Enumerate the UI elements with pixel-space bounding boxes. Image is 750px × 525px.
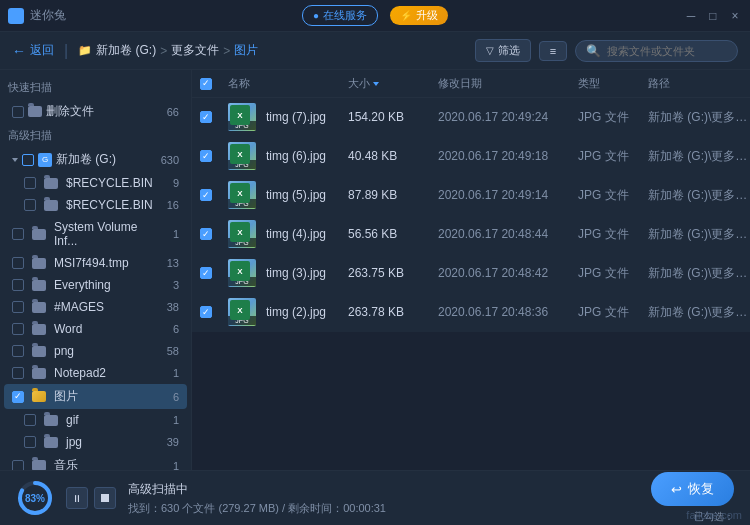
row-checkbox-0[interactable] bbox=[200, 111, 212, 123]
sidebar-item-_RECYCLE_BIN[interactable]: $RECYCLE.BIN9 bbox=[4, 172, 187, 194]
header-size-col[interactable]: 大小 bbox=[348, 76, 438, 91]
header-path-col[interactable]: 路径 bbox=[648, 76, 750, 91]
table-row[interactable]: JPGXtimg (4).jpg56.56 KB2020.06.17 20:48… bbox=[192, 215, 750, 254]
search-bar[interactable]: 🔍 bbox=[575, 40, 738, 62]
watermark: fajiche.com bbox=[686, 509, 742, 521]
title-bar-center: ● 在线服务 ⚡ 升级 bbox=[302, 5, 448, 26]
advanced-scan-header: 高级扫描 bbox=[0, 124, 191, 147]
back-button[interactable]: ← 返回 bbox=[12, 42, 54, 59]
table-row[interactable]: JPGXtimg (3).jpg263.75 KB2020.06.17 20:4… bbox=[192, 254, 750, 293]
search-input[interactable] bbox=[607, 45, 727, 57]
sidebar-item-delete[interactable]: 删除文件 66 bbox=[4, 99, 187, 124]
upgrade-button[interactable]: ⚡ 升级 bbox=[390, 6, 448, 25]
file-list: 名称 大小 修改日期 类型 路径 JPGXtimg (7).jpg154.20 … bbox=[192, 70, 750, 470]
breadcrumb-more[interactable]: 更多文件 bbox=[171, 42, 219, 59]
row-name-cell-2: JPGXtimg (5).jpg bbox=[228, 181, 348, 209]
folder-count-5: 38 bbox=[159, 301, 179, 313]
table-row[interactable]: JPGXtimg (2).jpg263.78 KB2020.06.17 20:4… bbox=[192, 293, 750, 332]
checkbox-11[interactable] bbox=[24, 436, 36, 448]
folder-label-0: $RECYCLE.BIN bbox=[66, 176, 155, 190]
folder-count-4: 3 bbox=[159, 279, 179, 291]
recover-button[interactable]: ↩ 恢复 bbox=[651, 472, 734, 506]
folder-label-2: System Volume Inf... bbox=[54, 220, 155, 248]
checkbox-6[interactable] bbox=[12, 323, 24, 335]
header-date-col[interactable]: 修改日期 bbox=[438, 76, 578, 91]
checkbox-7[interactable] bbox=[12, 345, 24, 357]
header-type-col[interactable]: 类型 bbox=[578, 76, 648, 91]
select-all-checkbox[interactable] bbox=[200, 78, 212, 90]
checkbox-5[interactable] bbox=[12, 301, 24, 313]
folder-count-1: 16 bbox=[159, 199, 179, 211]
view-button[interactable]: ≡ bbox=[539, 41, 567, 61]
minimize-button[interactable]: ─ bbox=[684, 9, 698, 23]
close-button[interactable]: × bbox=[728, 9, 742, 23]
checkbox-9[interactable] bbox=[12, 391, 24, 403]
checkbox-0[interactable] bbox=[24, 177, 36, 189]
folder-label-4: Everything bbox=[54, 278, 155, 292]
folder-icon-6 bbox=[32, 324, 46, 335]
sidebar-item-System_Volume_Inf___[interactable]: System Volume Inf...1 bbox=[4, 216, 187, 252]
folder-icon-4 bbox=[32, 280, 46, 291]
stop-button[interactable] bbox=[94, 487, 116, 509]
sidebar-item-MSI7f494_tmp[interactable]: MSI7f494.tmp13 bbox=[4, 252, 187, 274]
file-thumbnail-3: JPGX bbox=[228, 220, 256, 248]
file-thumbnail-2: JPGX bbox=[228, 181, 256, 209]
checkbox-2[interactable] bbox=[12, 228, 24, 240]
drive-checkbox[interactable] bbox=[22, 154, 34, 166]
table-row[interactable]: JPGXtimg (6).jpg40.48 KB2020.06.17 20:49… bbox=[192, 137, 750, 176]
folder-count-6: 6 bbox=[159, 323, 179, 335]
folder-count-10: 1 bbox=[159, 414, 179, 426]
file-size-5: 263.78 KB bbox=[348, 305, 438, 319]
breadcrumb-part-icon: 📁 bbox=[78, 44, 92, 57]
row-checkbox-5[interactable] bbox=[200, 306, 212, 318]
maximize-button[interactable]: □ bbox=[706, 9, 720, 23]
sidebar-item-__[interactable]: 图片6 bbox=[4, 384, 187, 409]
folder-icon-9 bbox=[32, 391, 46, 402]
checkbox-3[interactable] bbox=[12, 257, 24, 269]
table-row[interactable]: JPGXtimg (7).jpg154.20 KB2020.06.17 20:4… bbox=[192, 98, 750, 137]
breadcrumb-drive[interactable]: 新加卷 (G:) bbox=[96, 42, 156, 59]
checkbox-12[interactable] bbox=[12, 460, 24, 471]
table-row[interactable]: JPGXtimg (5).jpg87.89 KB2020.06.17 20:49… bbox=[192, 176, 750, 215]
row-check-5[interactable] bbox=[200, 306, 228, 318]
folder-icon-1 bbox=[44, 200, 58, 211]
sidebar-item-jpg[interactable]: jpg39 bbox=[4, 431, 187, 453]
row-checkbox-3[interactable] bbox=[200, 228, 212, 240]
bottom-bar: 83% ⏸ 高级扫描中 找到：630 个文件 (279.27 MB) / 剩余时… bbox=[0, 470, 750, 525]
row-name-cell-1: JPGXtimg (6).jpg bbox=[228, 142, 348, 170]
checkbox-1[interactable] bbox=[24, 199, 36, 211]
row-checkbox-2[interactable] bbox=[200, 189, 212, 201]
delete-checkbox[interactable] bbox=[12, 106, 24, 118]
row-checkbox-1[interactable] bbox=[200, 150, 212, 162]
sidebar-item-Everything[interactable]: Everything3 bbox=[4, 274, 187, 296]
row-check-1[interactable] bbox=[200, 150, 228, 162]
filter-button[interactable]: ▽ 筛选 bbox=[475, 39, 531, 62]
sidebar-item-drive[interactable]: G 新加卷 (G:) 630 bbox=[4, 147, 187, 172]
sidebar-item-gif[interactable]: gif1 bbox=[4, 409, 187, 431]
pause-button[interactable]: ⏸ bbox=[66, 487, 88, 509]
folder-icon-2 bbox=[32, 229, 46, 240]
checkbox-4[interactable] bbox=[12, 279, 24, 291]
toolbar: ← 返回 | 📁 新加卷 (G:) > 更多文件 > 图片 ▽ 筛选 ≡ 🔍 bbox=[0, 32, 750, 70]
folder-icon-11 bbox=[44, 437, 58, 448]
header-name-col[interactable]: 名称 bbox=[228, 76, 348, 91]
checkbox-8[interactable] bbox=[12, 367, 24, 379]
row-check-3[interactable] bbox=[200, 228, 228, 240]
row-check-4[interactable] bbox=[200, 267, 228, 279]
row-check-0[interactable] bbox=[200, 111, 228, 123]
row-checkbox-4[interactable] bbox=[200, 267, 212, 279]
folder-label-6: Word bbox=[54, 322, 155, 336]
folder-icon-8 bbox=[32, 368, 46, 379]
sidebar-item-_RECYCLE_BIN[interactable]: $RECYCLE.BIN16 bbox=[4, 194, 187, 216]
row-check-2[interactable] bbox=[200, 189, 228, 201]
sidebar-item-Word[interactable]: Word6 bbox=[4, 318, 187, 340]
sidebar-item-Notepad2[interactable]: Notepad21 bbox=[4, 362, 187, 384]
service-button[interactable]: ● 在线服务 bbox=[302, 5, 378, 26]
sidebar-item-__[interactable]: 音乐1 bbox=[4, 453, 187, 470]
sidebar-item-png[interactable]: png58 bbox=[4, 340, 187, 362]
header-check-col bbox=[200, 78, 228, 90]
checkbox-10[interactable] bbox=[24, 414, 36, 426]
folder-label-9: 图片 bbox=[54, 388, 155, 405]
file-name-5: timg (2).jpg bbox=[266, 305, 326, 319]
sidebar-item-_MAGES[interactable]: #MAGES38 bbox=[4, 296, 187, 318]
